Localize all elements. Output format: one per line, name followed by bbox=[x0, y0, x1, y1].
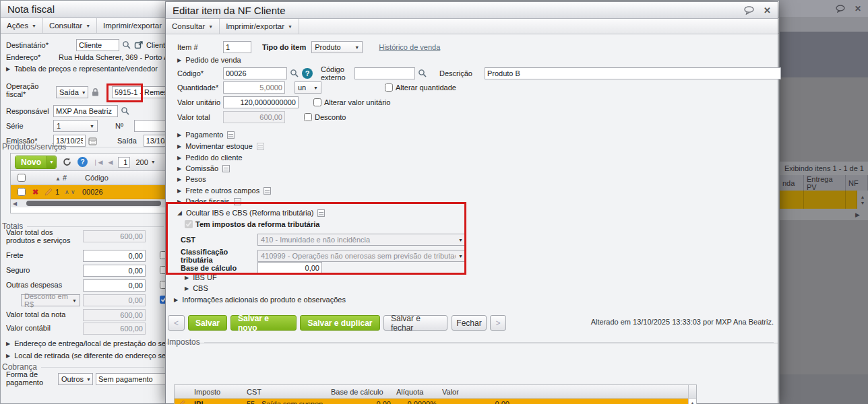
exibindo-itens-text: Exibindo itens 1 - 1 de 1 bbox=[784, 164, 864, 172]
operacao-tipo-select[interactable]: Saída▼ bbox=[56, 86, 88, 98]
valor-unitario-input[interactable] bbox=[223, 96, 299, 108]
forma-pagamento-select[interactable]: Outros▼ bbox=[58, 373, 93, 385]
outras-despesas-label: Outras despesas bbox=[6, 281, 62, 289]
valor-contabil-input bbox=[83, 323, 146, 335]
chevron-down-icon[interactable]: ▼ bbox=[46, 156, 56, 168]
col-imposto[interactable]: Imposto bbox=[191, 388, 244, 396]
col-base-calculo[interactable]: Base de cálculo bbox=[328, 388, 394, 396]
tem-impostos-checkbox bbox=[185, 220, 193, 228]
fechar-button[interactable]: Fechar bbox=[452, 315, 487, 331]
quantidade-input[interactable] bbox=[223, 81, 285, 94]
codigo-externo-label: Código externo bbox=[321, 65, 352, 81]
help-icon[interactable]: ? bbox=[78, 157, 88, 167]
total-nota-input bbox=[83, 309, 146, 321]
next-item-button[interactable]: > bbox=[490, 315, 506, 331]
desconto-checkbox[interactable] bbox=[304, 113, 312, 121]
cst-label: CST bbox=[181, 236, 255, 244]
dim-col-venda: nda bbox=[780, 175, 804, 191]
select-all-checkbox[interactable] bbox=[18, 174, 26, 182]
form-grid-icon bbox=[222, 165, 230, 172]
serie-select[interactable]: 1▼ bbox=[53, 120, 98, 132]
row-codigo: 00026 bbox=[82, 188, 103, 196]
responsavel-input[interactable] bbox=[53, 105, 118, 117]
window-title: Nota fiscal bbox=[1, 3, 55, 15]
edit-pencil-icon[interactable] bbox=[44, 187, 53, 197]
section-cbs[interactable]: ▶CBS bbox=[185, 284, 208, 292]
desconto-input bbox=[83, 294, 146, 306]
salvar-e-duplicar-button[interactable]: Salvar e duplicar bbox=[300, 315, 380, 331]
tipo-item-select[interactable]: Produto▼ bbox=[311, 41, 363, 53]
col-aliquota[interactable]: Alíquota bbox=[394, 388, 439, 396]
expanded-icon: ◢ bbox=[177, 209, 182, 216]
scroll-up-icon[interactable]: ▲ bbox=[690, 401, 695, 404]
section-tabela-precos[interactable]: ▶ Tabela de preços e representante/vende… bbox=[6, 65, 158, 73]
search-icon[interactable] bbox=[290, 69, 299, 78]
section-movimentar-estoque[interactable]: ▶Movimentar estoque bbox=[177, 142, 264, 150]
alterado-em-text: Alterado em 13/10/2025 13:33:03 por MXP … bbox=[591, 318, 774, 326]
prev-item-button[interactable]: < bbox=[168, 315, 185, 331]
section-pedido-cliente[interactable]: ▶Pedido do cliente bbox=[177, 154, 243, 162]
seguro-input[interactable] bbox=[83, 265, 146, 277]
menu-consultar[interactable]: Consultar▼ bbox=[43, 18, 97, 33]
tem-impostos-label: Tem impostos da reforma tributária bbox=[195, 220, 319, 228]
page-size-select[interactable]: 200▼ bbox=[135, 158, 155, 166]
col-cst[interactable]: CST bbox=[244, 388, 328, 396]
codigo-externo-input[interactable] bbox=[354, 67, 415, 79]
section-ibs-uf[interactable]: ▶IBS UF bbox=[185, 273, 217, 281]
salvar-button[interactable]: Salvar bbox=[188, 315, 227, 331]
section-pedido-venda[interactable]: ▶Pedido de venda bbox=[177, 56, 241, 64]
seguro-label: Seguro bbox=[6, 266, 30, 274]
chevron-down-icon: ▼ bbox=[90, 124, 94, 129]
section-ocultar-ibs-cbs[interactable]: ◢ Ocultar IBS e CBS (Reforma tributária) bbox=[177, 209, 325, 217]
section-endereco-entrega[interactable]: ▶Endereço de entrega/local de prestação … bbox=[6, 339, 174, 347]
refresh-icon[interactable] bbox=[62, 157, 72, 167]
search-icon[interactable] bbox=[418, 69, 427, 78]
destinatario-input[interactable] bbox=[76, 39, 119, 51]
prev-page-icon[interactable]: ◀ bbox=[108, 159, 113, 166]
frete-input[interactable] bbox=[83, 250, 146, 262]
close-icon: ✕ bbox=[855, 4, 861, 13]
novo-button[interactable]: Novo ▼ bbox=[15, 156, 57, 169]
form-grid-icon bbox=[227, 131, 235, 139]
comment-icon[interactable] bbox=[744, 6, 755, 15]
alterar-quantidade-checkbox[interactable] bbox=[385, 83, 393, 92]
item-input[interactable] bbox=[223, 41, 251, 53]
outras-despesas-input[interactable] bbox=[83, 279, 146, 292]
modal-menu-consultar[interactable]: Consultar▼ bbox=[166, 19, 220, 34]
section-comissao[interactable]: ▶Comissão bbox=[177, 164, 230, 172]
destinatario-label: Destinatário* bbox=[6, 41, 73, 49]
section-pagamento[interactable]: ▶Pagamento bbox=[177, 131, 235, 139]
open-record-icon[interactable] bbox=[134, 40, 144, 50]
page-input[interactable] bbox=[118, 157, 130, 168]
section-informacoes-adicionais[interactable]: ▶Informações adicionais do produto e obs… bbox=[174, 296, 346, 304]
operacao-fiscal-label: Operação fiscal* bbox=[6, 82, 55, 98]
section-frete-outros[interactable]: ▶Frete e outros campos bbox=[177, 187, 271, 195]
unidade-select[interactable]: un▼ bbox=[294, 81, 321, 94]
salvar-e-fechar-button[interactable]: Salvar e fechar bbox=[383, 315, 447, 331]
vscroll-arrows: ▲▼ bbox=[857, 191, 868, 209]
row-checkbox[interactable] bbox=[18, 188, 26, 196]
descricao-input[interactable] bbox=[485, 67, 781, 79]
alterar-valor-checkbox[interactable] bbox=[313, 98, 321, 106]
first-page-icon[interactable]: ❘◀ bbox=[93, 159, 102, 166]
section-pesos[interactable]: ▶Pesos bbox=[177, 175, 206, 183]
modal-menu-imprimir-exportar[interactable]: Imprimir/exportar▼ bbox=[220, 19, 299, 34]
scroll-down-icon: ▼ bbox=[861, 201, 865, 205]
close-icon[interactable]: ✕ bbox=[764, 5, 771, 15]
collapsed-icon: ▶ bbox=[6, 66, 10, 72]
codigo-input[interactable] bbox=[223, 67, 287, 79]
section-dados-fiscais[interactable]: ▶Dados fiscais bbox=[177, 197, 241, 205]
imposto-row-ipi[interactable]: IPI 55 - Saída com suspen... 0,00 0,0000… bbox=[175, 399, 696, 404]
base-calculo-input[interactable] bbox=[257, 262, 322, 274]
collapsed-icon: ▶ bbox=[174, 297, 178, 303]
col-valor[interactable]: Valor bbox=[439, 388, 512, 396]
section-local-retirada[interactable]: ▶Local de retirada (se diferente do ende… bbox=[6, 351, 174, 360]
delete-row-icon[interactable]: ✖ bbox=[32, 188, 44, 197]
menu-acoes[interactable]: Ações▼ bbox=[1, 18, 43, 33]
edit-pencil-icon[interactable] bbox=[177, 399, 186, 404]
salvar-e-novo-button[interactable]: Salvar e novo bbox=[230, 315, 297, 331]
product-info-icon[interactable]: ? bbox=[302, 68, 313, 79]
search-icon[interactable] bbox=[122, 40, 131, 50]
search-icon[interactable] bbox=[121, 106, 130, 116]
historico-venda-link[interactable]: Histórico de venda bbox=[379, 43, 440, 51]
